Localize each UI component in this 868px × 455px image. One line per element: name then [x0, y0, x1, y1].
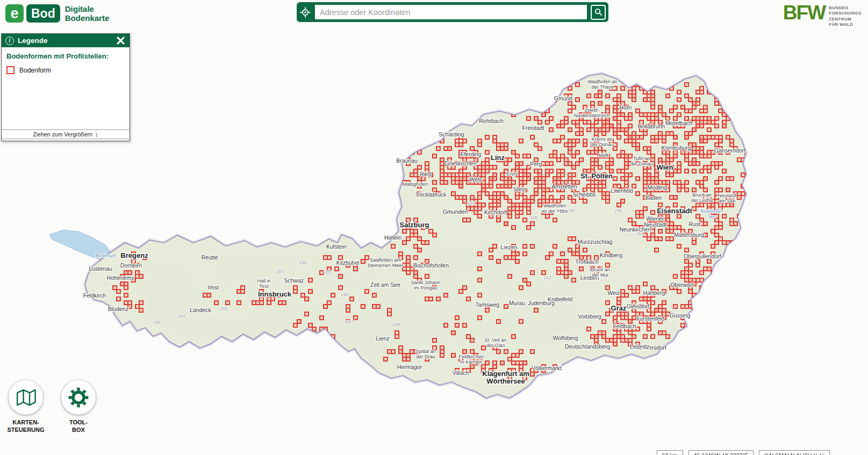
bodenform-swatch — [6, 66, 15, 74]
city-label: Eisenstadt — [657, 207, 692, 215]
magnifier-icon — [594, 8, 603, 17]
status-bar: 50 km 46.1346°N 18.2227°E KALSMALN ALISV… — [657, 450, 830, 455]
city-label: Mistelbach — [665, 120, 692, 126]
city-label: Völkermarkt — [532, 365, 562, 371]
city-label: Knittelfeld — [548, 296, 572, 302]
city-label: Leibnitz — [630, 343, 649, 350]
bfw-wordmark: BUNDES FORSCHUNGS ZENTRUM FÜR WALD — [829, 3, 862, 28]
city-label: Bischofshofen — [413, 262, 449, 269]
city-label: Spittal ander Drau — [415, 349, 436, 359]
cursor-coordinates: 46.1346°N 18.2227°E — [688, 450, 754, 455]
gear-icon — [67, 386, 90, 409]
city-label: Grieskirchen — [445, 160, 477, 167]
lake-label: Bodensee — [96, 252, 117, 258]
city-label: Villach — [453, 370, 469, 376]
city-label: Mödling — [648, 184, 668, 191]
app-logo[interactable]: e Bod Digitale Bodenkarte — [5, 4, 109, 23]
toolbox-control: TOOL- BOX — [55, 380, 102, 434]
city-label: Liezen — [501, 244, 518, 250]
city-label: Hartberg — [643, 290, 665, 296]
city-label: WienerNeustadt — [644, 215, 666, 228]
city-label: Tulln ander Donau — [630, 156, 653, 167]
city-label: St. Veit ander Glan — [484, 337, 506, 348]
city-label: Kitzbühel — [336, 259, 359, 266]
city-label: Braunau — [396, 157, 418, 164]
city-label: Gänserndorf — [714, 147, 745, 154]
city-label: Linz — [491, 154, 505, 162]
city-label: Vöcklabruck — [415, 191, 447, 198]
toolbox-label: TOOL- BOX — [69, 418, 88, 434]
legend-resize-handle[interactable]: Ziehen zum Vergrößern ↕ — [2, 129, 130, 139]
city-label: Baden — [645, 194, 662, 201]
bfw-logo[interactable]: BFW BUNDES FORSCHUNGS ZENTRUM FÜR WALD — [783, 3, 862, 28]
karten-steuerung-control: KARTEN- STEUERUNG — [2, 380, 49, 434]
city-label: Oberpullendorf — [684, 253, 721, 259]
city-label: Hohenems — [107, 275, 134, 281]
city-label: Schärding — [439, 131, 464, 138]
city-label: Gleisdorf — [627, 303, 649, 309]
legend-close-button[interactable] — [116, 35, 126, 46]
toolbox-button[interactable] — [61, 380, 96, 415]
city-label: Wolfsberg — [553, 335, 578, 341]
city-label: Schwaz — [284, 277, 304, 284]
city-label: Weiz — [607, 290, 620, 296]
city-label: St. Pölten — [580, 172, 613, 180]
city-label: Bregenz — [120, 251, 148, 259]
city-label: Scheibbs — [572, 191, 596, 198]
city-label: Rohrbach — [479, 118, 504, 124]
city-label: Rust — [688, 221, 700, 227]
map-icon — [14, 386, 38, 409]
terrain-label: 202 — [324, 270, 332, 275]
city-label: Krems ander Donau — [591, 136, 613, 147]
map-attribution: KALSMALN ALISV ¼ ¼ — [759, 450, 829, 455]
city-label: Kufstein — [326, 243, 347, 250]
search-input[interactable] — [314, 4, 587, 20]
terrain-label: 207 — [276, 269, 284, 275]
bfw-acronym: BFW — [783, 3, 825, 22]
city-label: Waidhofenan der Ybbs — [542, 203, 568, 214]
karten-steuerung-button[interactable] — [9, 380, 43, 415]
city-label: Freistadt — [522, 125, 544, 131]
city-label: Deutschlandsberg — [565, 343, 611, 350]
city-label: Landeck — [190, 307, 211, 313]
terrain-label: 209 — [219, 306, 227, 312]
search-button[interactable] — [591, 5, 606, 20]
close-icon — [117, 37, 125, 45]
terrain-label: 196 — [566, 208, 575, 213]
city-label: Horn — [620, 104, 632, 111]
resize-hint-label: Ziehen zum Vergrößern — [33, 131, 92, 138]
city-label: Ried — [420, 171, 432, 177]
city-label: Mürzzuschlag — [578, 239, 613, 245]
terrain-label: 193 — [543, 275, 551, 280]
city-label: Voitsberg — [578, 313, 601, 320]
city-label: Innsbruck — [258, 290, 292, 298]
map-canvas[interactable]: 1902042092071982021991971881951931942051… — [0, 0, 868, 455]
city-label: Murau — [509, 300, 525, 306]
city-label: Fürstenfeld — [636, 315, 665, 322]
city-label: Steyr — [513, 186, 527, 192]
city-label: Güssing — [670, 312, 691, 319]
city-label: Gmunden — [443, 208, 468, 215]
city-label: Lustenau — [89, 265, 112, 272]
terrain-label: 205 — [614, 208, 622, 213]
city-label: Graz — [611, 304, 627, 312]
city-label: Lilienfeld — [611, 187, 633, 194]
locate-icon[interactable] — [299, 6, 311, 18]
terrain-label: 204 — [177, 314, 185, 319]
city-label: Mattersburg — [674, 232, 704, 238]
city-label: Neusiedlam See — [718, 193, 736, 204]
legend-item-label: Bodenform — [19, 67, 51, 74]
city-label: Dornbirn — [120, 262, 142, 269]
map-controls: KARTEN- STEUERUNG TOOL- BOX — [2, 380, 102, 434]
terrain-label: 192 — [467, 200, 475, 206]
city-label: Hermagor — [397, 364, 422, 370]
legend-header[interactable]: i Legende — [2, 34, 130, 47]
city-label: Feldbach — [613, 323, 636, 329]
legend-panel: i Legende Bodenformen mit Profilstellen:… — [1, 33, 130, 141]
city-label: Hollabrunn — [638, 123, 665, 129]
terrain-label: 197 — [346, 319, 354, 324]
city-label: Klagenfurt amWörthersee — [482, 370, 529, 385]
city-label: Bruck ander Leitha — [691, 192, 713, 203]
legend-item: Bodenform — [6, 66, 125, 74]
city-label: Imst — [208, 284, 219, 291]
